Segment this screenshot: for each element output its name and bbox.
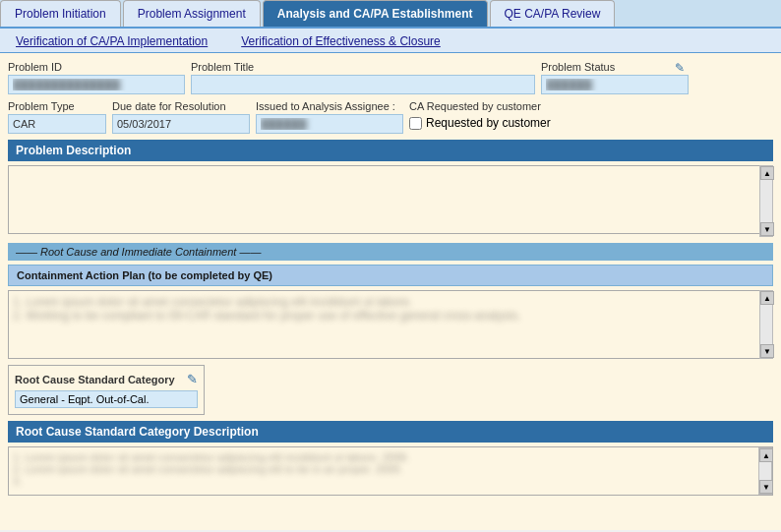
problem-description-textarea[interactable] xyxy=(8,165,773,234)
tab-problem-initiation[interactable]: Problem Initiation xyxy=(0,0,121,27)
row-problem-id-title-status: Problem ID Problem Title Problem Status … xyxy=(8,61,773,94)
root-cause-desc-area: 1. Lorem ipsum dolor sit amet consectetu… xyxy=(8,446,773,496)
problem-type-group: Problem Type xyxy=(8,100,106,134)
problem-status-group: Problem Status ✎ xyxy=(541,61,689,94)
ca-requested-by-customer-label: Requested by customer xyxy=(426,116,551,130)
problem-title-group: Problem Title xyxy=(191,61,535,94)
problem-status-input[interactable] xyxy=(541,75,689,94)
root-cause-edit-icon[interactable]: ✎ xyxy=(187,372,198,386)
ca-requested-checkbox[interactable] xyxy=(409,117,422,130)
containment-area: 1. Lorem ipsum dolor sit amet consectetu… xyxy=(8,290,773,359)
row-type-date-issued-ca: Problem Type Due date for Resolution Iss… xyxy=(8,100,773,134)
problem-description-area: ▲ ▼ xyxy=(8,165,773,237)
due-date-label: Due date for Resolution xyxy=(112,100,250,112)
ca-requested-label: CA Requested by customer xyxy=(409,100,551,112)
root-cause-standard-label: Root Cause Standard Category xyxy=(15,374,175,385)
tab-qe-capa-review[interactable]: QE CA/PA Review xyxy=(490,0,616,27)
problem-title-input[interactable] xyxy=(191,75,535,94)
tab-problem-assignment[interactable]: Problem Assignment xyxy=(123,0,261,27)
edit-status-icon[interactable]: ✎ xyxy=(675,61,689,75)
containment-line-1: 1. Lorem ipsum dolor sit amet consectetu… xyxy=(13,295,756,309)
root-cause-desc-line1: 1. Lorem ipsum dolor sit amet consectetu… xyxy=(13,451,756,463)
root-cause-label-row: Root Cause Standard Category ✎ xyxy=(15,372,198,386)
bottom-tab-bar: Verification of CA/PA Implementation Ver… xyxy=(0,29,781,53)
root-cause-desc-line2: 2. Lorem ipsum dolor sit amet consectetu… xyxy=(13,463,756,475)
problem-id-group: Problem ID xyxy=(8,61,185,94)
root-cause-desc-header: Root Cause Standard Category Description xyxy=(8,421,773,443)
tab-verification-capa[interactable]: Verification of CA/PA Implementation xyxy=(4,30,219,52)
containment-header: Containment Action Plan (to be completed… xyxy=(8,265,773,286)
root-cause-desc-scroll-track xyxy=(759,462,771,480)
desc-scroll-up[interactable]: ▲ xyxy=(760,166,774,180)
root-cause-value: General - Eqpt. Out-of-Cal. xyxy=(15,390,198,408)
desc-scroll-down[interactable]: ▼ xyxy=(760,222,774,236)
problem-status-label: Problem Status xyxy=(541,61,615,73)
problem-id-label: Problem ID xyxy=(8,61,185,73)
root-cause-desc-scroll-down[interactable]: ▼ xyxy=(759,480,773,494)
containment-text-area: 1. Lorem ipsum dolor sit amet consectetu… xyxy=(8,290,773,359)
tab-verification-effectiveness[interactable]: Verification of Effectiveness & Closure xyxy=(229,30,452,52)
ca-checkbox-row: Requested by customer xyxy=(409,116,551,130)
root-cause-desc-scrollbar: ▲ ▼ xyxy=(758,447,772,495)
due-date-group: Due date for Resolution xyxy=(112,100,250,134)
desc-scroll-track xyxy=(760,180,772,222)
containment-scroll-up[interactable]: ▲ xyxy=(760,291,774,305)
issued-label: Issued to Analysis Assignee : xyxy=(256,100,403,112)
root-cause-divider: —— Root Cause and Immediate Containment … xyxy=(8,243,773,261)
problem-description-header: Problem Description xyxy=(8,140,773,161)
ca-requested-group: CA Requested by customer Requested by cu… xyxy=(409,100,551,134)
root-cause-standard-box: Root Cause Standard Category ✎ General -… xyxy=(8,365,205,415)
problem-status-header: Problem Status ✎ xyxy=(541,61,689,75)
root-cause-desc-scroll-up[interactable]: ▲ xyxy=(759,448,773,462)
problem-id-input[interactable] xyxy=(8,75,185,94)
problem-type-label: Problem Type xyxy=(8,100,106,112)
due-date-input[interactable] xyxy=(112,114,250,134)
tab-analysis-capa[interactable]: Analysis and CA/PA Establishment xyxy=(263,0,488,27)
problem-type-input[interactable] xyxy=(8,114,106,134)
top-tab-bar: Problem Initiation Problem Assignment An… xyxy=(0,0,781,29)
containment-scroll-down[interactable]: ▼ xyxy=(760,344,774,358)
containment-scroll-track xyxy=(760,305,772,344)
root-cause-desc-line3: 3. xyxy=(13,475,756,487)
issued-group: Issued to Analysis Assignee : xyxy=(256,100,403,134)
containment-scrollbar: ▲ ▼ xyxy=(759,290,773,359)
problem-title-label: Problem Title xyxy=(191,61,535,73)
containment-line-2: 2. Working to be compliant to 09-CAR sta… xyxy=(13,309,756,323)
issued-input[interactable] xyxy=(256,114,403,134)
main-content: Problem ID Problem Title Problem Status … xyxy=(0,53,781,530)
desc-scrollbar: ▲ ▼ xyxy=(759,165,773,237)
